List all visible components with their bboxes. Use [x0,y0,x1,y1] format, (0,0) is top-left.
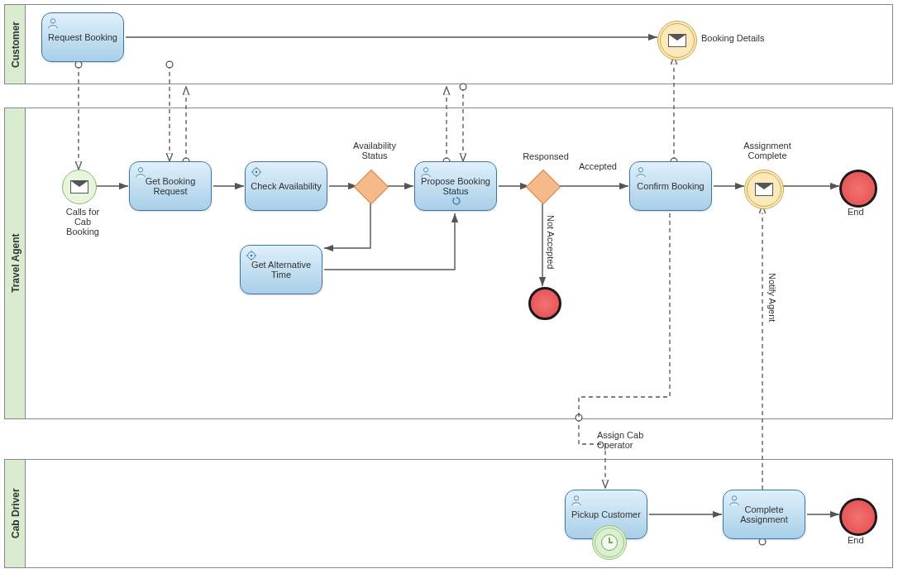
label-notify-agent: Notify Agent [767,273,777,322]
label-end-driver: End [848,535,864,545]
label-availability-status: Availability Status [346,141,404,160]
task-label: Complete Assignment [728,504,800,524]
task-get-alternative-time[interactable]: Get Alternative Time [240,245,322,294]
svg-point-1 [50,19,55,23]
task-label: Check Availability [251,181,321,191]
label-accepted: Accepted [579,161,624,171]
svg-point-17 [574,496,578,500]
svg-point-9 [423,168,428,172]
event-end-driver[interactable] [839,498,877,536]
message-icon [668,34,686,47]
message-icon [70,180,88,194]
task-label: Get Alternative Time [246,260,317,280]
task-label: Propose Booking Status [420,176,491,196]
label-response: Responsed [517,151,575,161]
event-assignment-complete[interactable] [744,170,784,209]
user-icon [420,166,432,178]
user-icon [47,17,59,29]
svg-point-4 [256,171,258,174]
event-end-not-accepted[interactable] [528,287,561,320]
task-complete-assignment[interactable]: Complete Assignment [723,490,805,539]
label-assignment-complete: Assignment Complete [734,141,800,160]
loop-marker-icon [451,196,461,208]
task-request-booking[interactable]: Request Booking [41,12,124,62]
task-propose-booking-status[interactable]: Propose Booking Status [414,161,497,211]
bpmn-canvas: Customer Travel Agent Cab Driver [0,0,898,588]
task-label: Request Booking [48,32,117,42]
user-icon [135,166,146,178]
gear-icon [251,166,262,178]
task-check-availability[interactable]: Check Availability [245,161,327,211]
user-icon [728,495,740,506]
label-calls-for-cab: Calls for Cab Booking [58,207,107,237]
task-label: Confirm Booking [637,181,704,191]
label-end-agent: End [848,207,864,217]
gear-icon [246,250,257,261]
clock-icon [601,534,618,551]
message-icon [755,183,773,196]
task-label: Pickup Customer [571,509,641,519]
task-get-booking-request[interactable]: Get Booking Request [129,161,212,211]
timer-boundary-event[interactable] [592,525,627,560]
event-calls-for-cab-booking[interactable] [62,170,97,204]
task-confirm-booking[interactable]: Confirm Booking [629,161,712,211]
label-booking-details: Booking Details [701,33,764,43]
user-icon [635,166,647,178]
event-end-agent[interactable] [839,170,877,208]
user-icon [571,495,582,506]
svg-point-18 [732,496,736,500]
label-not-accepted: Not Accepted [546,215,556,269]
label-assign-cab-operator: Assign Cab Operator [597,430,655,450]
task-label: Get Booking Request [135,176,206,196]
svg-point-16 [638,168,642,172]
svg-point-11 [251,255,253,257]
svg-point-2 [138,168,142,172]
event-booking-details[interactable] [657,21,697,60]
